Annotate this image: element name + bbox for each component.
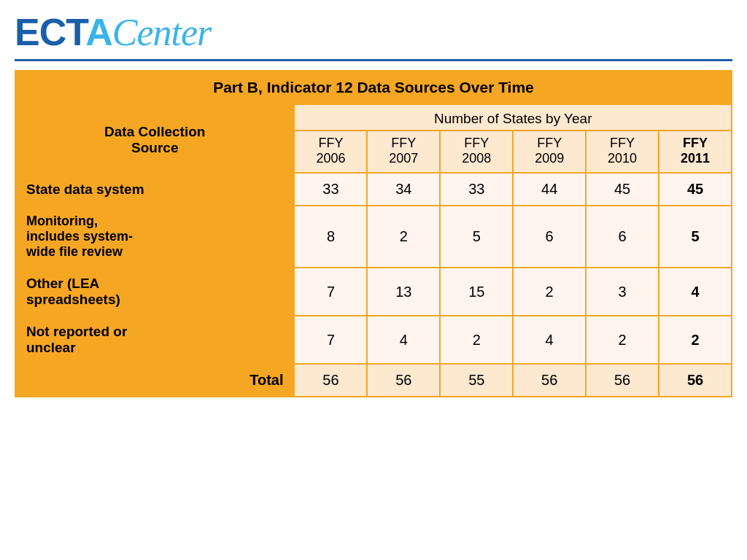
cell-state-2011: 45 xyxy=(659,173,732,206)
cell-state-2007: 34 xyxy=(367,173,440,206)
cell-total-2010: 56 xyxy=(586,364,659,397)
cell-monitoring-2008: 5 xyxy=(440,206,513,268)
total-label: Total xyxy=(15,364,294,397)
group-label: Number of States by Year xyxy=(294,104,732,131)
table-row: Monitoring,includes system-wide file rev… xyxy=(15,206,732,268)
main-table: Part B, Indicator 12 Data Sources Over T… xyxy=(15,70,732,397)
cell-other-2011: 4 xyxy=(659,268,732,316)
cell-monitoring-2007: 2 xyxy=(367,206,440,268)
table-title: Part B, Indicator 12 Data Sources Over T… xyxy=(15,71,732,104)
total-row: Total 56 56 55 56 56 56 xyxy=(15,364,732,397)
cell-other-2007: 13 xyxy=(367,268,440,316)
logo-area: ECTACenter xyxy=(15,13,732,52)
table-row: State data system 33 34 33 44 45 45 xyxy=(15,173,732,206)
year-2008: FFY2008 xyxy=(440,131,513,173)
cell-other-2006: 7 xyxy=(294,268,367,316)
year-2007: FFY2007 xyxy=(367,131,440,173)
row-label-state: State data system xyxy=(15,173,294,206)
cell-other-2010: 3 xyxy=(586,268,659,316)
cell-notreported-2006: 7 xyxy=(294,316,367,364)
table-row: Not reported orunclear 7 4 2 4 2 2 xyxy=(15,316,732,364)
row-label-monitoring: Monitoring,includes system-wide file rev… xyxy=(15,206,294,268)
cell-monitoring-2006: 8 xyxy=(294,206,367,268)
cell-total-2011: 56 xyxy=(659,364,732,397)
cell-notreported-2008: 2 xyxy=(440,316,513,364)
divider xyxy=(15,59,732,61)
logo: ECTACenter xyxy=(15,11,211,53)
cell-notreported-2009: 4 xyxy=(513,316,586,364)
cell-monitoring-2010: 6 xyxy=(586,206,659,268)
year-2010: FFY2010 xyxy=(586,131,659,173)
year-2011: FFY2011 xyxy=(659,131,732,173)
year-2006: FFY2006 xyxy=(294,131,367,173)
cell-other-2008: 15 xyxy=(440,268,513,316)
page-container: ECTACenter Part B, Indicator 12 Data Sou… xyxy=(0,0,747,405)
logo-ecta: ECTA xyxy=(15,11,112,53)
cell-other-2009: 2 xyxy=(513,268,586,316)
cell-monitoring-2009: 6 xyxy=(513,206,586,268)
cell-notreported-2007: 4 xyxy=(367,316,440,364)
cell-state-2009: 44 xyxy=(513,173,586,206)
year-2009: FFY2009 xyxy=(513,131,586,173)
cell-state-2008: 33 xyxy=(440,173,513,206)
cell-state-2006: 33 xyxy=(294,173,367,206)
cell-state-2010: 45 xyxy=(586,173,659,206)
title-row: Part B, Indicator 12 Data Sources Over T… xyxy=(15,71,732,104)
row-label-other: Other (LEAspreadsheets) xyxy=(15,268,294,316)
cell-total-2008: 55 xyxy=(440,364,513,397)
cell-total-2009: 56 xyxy=(513,364,586,397)
table-row: Other (LEAspreadsheets) 7 13 15 2 3 4 xyxy=(15,268,732,316)
cell-notreported-2011: 2 xyxy=(659,316,732,364)
header-group-row: Data Collection Source Number of States … xyxy=(15,104,732,131)
cell-notreported-2010: 2 xyxy=(586,316,659,364)
col-header-label: Data Collection Source xyxy=(15,104,294,173)
logo-center: Center xyxy=(112,12,212,53)
cell-monitoring-2011: 5 xyxy=(659,206,732,268)
cell-total-2007: 56 xyxy=(367,364,440,397)
cell-total-2006: 56 xyxy=(294,364,367,397)
row-label-not-reported: Not reported orunclear xyxy=(15,316,294,364)
